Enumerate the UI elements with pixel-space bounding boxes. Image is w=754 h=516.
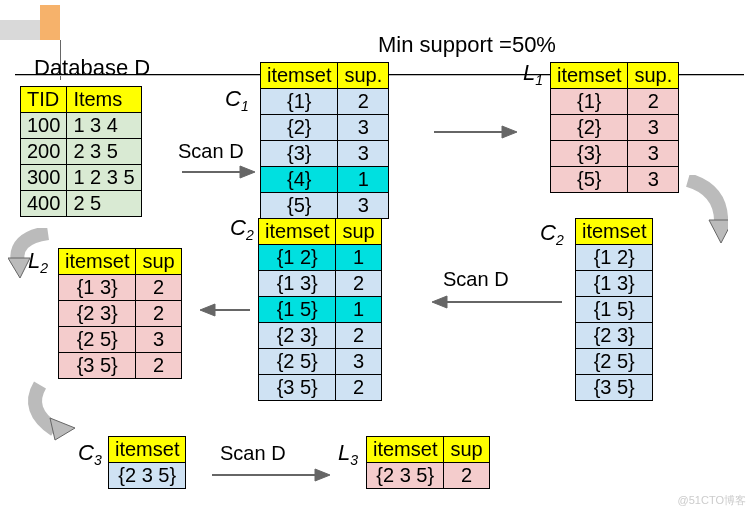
cell-set: {3} <box>261 141 338 167</box>
th-sup: sup. <box>628 63 679 89</box>
label-scand-2: Scan D <box>443 268 509 291</box>
label-scand-3: Scan D <box>220 442 286 465</box>
table-l1: itemsetsup. {1}2{2}3{3}3{5}3 <box>550 62 679 193</box>
label-c2-sup: C2 <box>230 215 254 243</box>
label-l1: L1 <box>523 60 543 88</box>
arrow-icon <box>210 465 330 485</box>
th-itemset: itemset <box>59 249 136 275</box>
cell-sup: 2 <box>444 463 489 489</box>
cell-sup: 3 <box>628 141 679 167</box>
cell-sup: 1 <box>336 297 381 323</box>
cell-sup: 3 <box>338 193 389 219</box>
cell-set: {2 5} <box>259 349 336 375</box>
cell-set: {1 3} <box>59 275 136 301</box>
cell-sup: 2 <box>136 301 181 327</box>
table-c3: itemset {2 3 5} <box>108 436 186 489</box>
cell-tid: 100 <box>21 113 67 139</box>
cell-sup: 3 <box>136 327 181 353</box>
th-sup2: sup <box>444 437 489 463</box>
cell-set: {2 5} <box>59 327 136 353</box>
cell-sup: 2 <box>336 375 381 401</box>
th-sup: sup. <box>338 63 389 89</box>
th-sup2: sup <box>336 219 381 245</box>
cell-set: {2} <box>551 115 628 141</box>
cell-sup: 2 <box>628 89 679 115</box>
cell-set: {2} <box>261 115 338 141</box>
cell-sup: 1 <box>336 245 381 271</box>
cell-set: {1} <box>551 89 628 115</box>
cell-set: {5} <box>261 193 338 219</box>
cell-sup: 2 <box>336 323 381 349</box>
cell-tid: 200 <box>21 139 67 165</box>
svg-marker-4 <box>709 220 728 243</box>
cell-set: {1 3} <box>259 271 336 297</box>
cell-set: {3 5} <box>576 375 653 401</box>
cell-sup: 3 <box>338 115 389 141</box>
cell-set: {4} <box>261 167 338 193</box>
cell-set: {3} <box>551 141 628 167</box>
cell-sup: 3 <box>336 349 381 375</box>
cell-set: {1 2} <box>259 245 336 271</box>
cell-set: {5} <box>551 167 628 193</box>
title-min-support: Min support =50% <box>378 32 556 58</box>
label-c3: C3 <box>78 440 102 468</box>
label-c2-items: C2 <box>540 220 564 248</box>
cell-sup: 2 <box>338 89 389 115</box>
cell-set: {1 3} <box>576 271 653 297</box>
cell-sup: 3 <box>628 167 679 193</box>
cell-set: {1 5} <box>259 297 336 323</box>
cell-items: 2 3 5 <box>67 139 141 165</box>
table-l2: itemsetsup {1 3}2{2 3}2{2 5}3{3 5}2 <box>58 248 182 379</box>
cell-sup: 3 <box>628 115 679 141</box>
label-c1: C1 <box>225 86 249 114</box>
cell-set: {2 3 5} <box>109 463 186 489</box>
cell-set: {1 2} <box>576 245 653 271</box>
cell-items: 2 5 <box>67 191 141 217</box>
cell-items: 1 3 4 <box>67 113 141 139</box>
title-database: Database D <box>34 55 150 81</box>
th-sup2: sup <box>136 249 181 275</box>
svg-marker-8 <box>200 304 215 316</box>
watermark: @51CTO博客 <box>678 493 746 508</box>
cell-set: {2 5} <box>576 349 653 375</box>
table-c2-items: itemset {1 2}{1 3}{1 5}{2 3}{2 5}{3 5} <box>575 218 653 401</box>
curved-arrow-icon <box>683 175 728 245</box>
arrow-icon <box>432 292 562 312</box>
svg-marker-3 <box>502 126 517 138</box>
arrow-icon <box>432 122 517 142</box>
cell-set: {2 3} <box>576 323 653 349</box>
th-tid: TID <box>21 87 67 113</box>
cell-set: {3 5} <box>59 353 136 379</box>
th-itemset: itemset <box>576 219 653 245</box>
svg-marker-6 <box>432 296 447 308</box>
svg-marker-1 <box>240 166 255 178</box>
label-scand-1: Scan D <box>178 140 244 163</box>
svg-marker-10 <box>50 418 75 440</box>
th-itemset: itemset <box>551 63 628 89</box>
arrow-icon <box>180 162 255 182</box>
cell-set: {2 3} <box>59 301 136 327</box>
cell-sup: 3 <box>338 141 389 167</box>
cell-sup: 2 <box>136 275 181 301</box>
cell-set: {2 3} <box>259 323 336 349</box>
cell-items: 1 2 3 5 <box>67 165 141 191</box>
cell-set: {1} <box>261 89 338 115</box>
table-c1: itemsetsup. {1}2{2}3{3}3{4}1{5}3 <box>260 62 389 219</box>
table-c2-sup: itemsetsup {1 2}1{1 3}2{1 5}1{2 3}2{2 5}… <box>258 218 382 401</box>
cell-sup: 1 <box>338 167 389 193</box>
th-itemset: itemset <box>109 437 186 463</box>
cell-tid: 400 <box>21 191 67 217</box>
cell-sup: 2 <box>136 353 181 379</box>
decor-block-gray <box>0 20 40 40</box>
table-database: TIDItems 1001 3 42002 3 53001 2 3 54002 … <box>20 86 142 217</box>
label-l3: L3 <box>338 440 358 468</box>
cell-sup: 2 <box>336 271 381 297</box>
svg-marker-9 <box>8 258 30 278</box>
cell-set: {2 3 5} <box>367 463 444 489</box>
decor-block-orange <box>40 5 60 40</box>
cell-set: {1 5} <box>576 297 653 323</box>
th-itemset: itemset <box>261 63 338 89</box>
cell-set: {3 5} <box>259 375 336 401</box>
arrow-icon <box>200 300 250 320</box>
th-items: Items <box>67 87 141 113</box>
